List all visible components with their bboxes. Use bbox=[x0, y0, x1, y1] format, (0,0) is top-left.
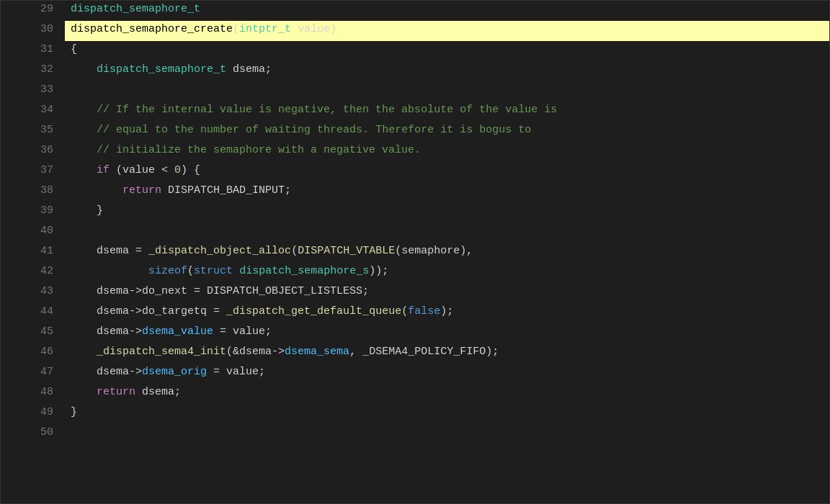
line-number: 33 bbox=[1, 81, 65, 102]
code-token: { bbox=[71, 43, 77, 55]
code-token: sizeof bbox=[148, 265, 187, 277]
line-content: dsema = _dispatch_object_alloc(DISPATCH_… bbox=[65, 243, 829, 263]
code-token: = value; bbox=[213, 325, 272, 338]
line-number: 44 bbox=[1, 303, 65, 323]
code-token: if bbox=[97, 164, 110, 176]
line-content: } bbox=[65, 202, 829, 222]
line-content: { bbox=[65, 41, 829, 61]
line-content: dsema->dsema_orig = value; bbox=[65, 364, 829, 384]
code-token: dsema-> bbox=[71, 325, 142, 338]
code-token: (semaphore), bbox=[395, 245, 473, 257]
code-token: ( bbox=[187, 265, 194, 277]
code-token: dsema = bbox=[71, 245, 148, 257]
code-token: (value < bbox=[110, 164, 174, 176]
code-token: struct bbox=[194, 265, 233, 277]
code-token: dsema-> bbox=[71, 366, 142, 378]
line-number: 40 bbox=[1, 222, 65, 243]
code-token: dispatch_semaphore_create bbox=[71, 23, 233, 35]
code-token: false bbox=[408, 305, 440, 318]
code-token bbox=[233, 265, 239, 277]
line-content: dispatch_semaphore_create(intptr_t value… bbox=[65, 21, 829, 41]
code-token: _dispatch_get_default_queue bbox=[226, 305, 401, 318]
line-number: 42 bbox=[1, 263, 65, 283]
line-content: dispatch_semaphore_t bbox=[65, 1, 829, 21]
code-token: dispatch_semaphore_t bbox=[97, 63, 226, 76]
code-token: dsema_sema bbox=[285, 346, 349, 358]
code-token: } bbox=[71, 406, 77, 418]
line-number: 47 bbox=[1, 364, 65, 384]
code-token: dsema_orig bbox=[142, 366, 207, 378]
code-token: )); bbox=[369, 265, 388, 277]
line-content: dsema->do_next = DISPATCH_OBJECT_LISTLES… bbox=[65, 283, 829, 303]
code-token: dsema; bbox=[226, 63, 272, 76]
code-token: of bbox=[460, 104, 473, 116]
line-number: 30 bbox=[1, 21, 65, 41]
code-token: return bbox=[97, 386, 135, 398]
code-token bbox=[71, 346, 97, 358]
code-token: intptr_t bbox=[239, 23, 291, 35]
line-number: 50 bbox=[1, 424, 65, 444]
code-token: dsema; bbox=[135, 386, 181, 398]
code-token: ); bbox=[440, 305, 453, 318]
line-number: 39 bbox=[1, 202, 65, 222]
line-number: 32 bbox=[1, 61, 65, 81]
line-content: // If the internal value is negative, th… bbox=[65, 102, 829, 122]
code-token bbox=[71, 265, 148, 277]
code-token: // equal to the number of waiting thread… bbox=[71, 124, 375, 136]
line-content bbox=[65, 81, 829, 102]
code-token: ( bbox=[233, 23, 239, 35]
line-number: 48 bbox=[1, 384, 65, 404]
code-token bbox=[71, 63, 97, 76]
code-token: _dispatch_sema4_init bbox=[97, 346, 226, 358]
code-editor: 29dispatch_semaphore_t30dispatch_semapho… bbox=[0, 0, 830, 504]
code-token: = value; bbox=[207, 366, 265, 378]
code-token bbox=[71, 184, 122, 197]
code-token: 0 bbox=[174, 164, 181, 176]
code-token: DISPATCH_VTABLE bbox=[298, 245, 395, 257]
code-token bbox=[71, 164, 97, 176]
line-number: 36 bbox=[1, 142, 65, 162]
line-content: sizeof(struct dispatch_semaphore_s)); bbox=[65, 263, 829, 283]
code-token: // If the internal value is negative, th… bbox=[71, 104, 460, 116]
code-token: ( bbox=[401, 305, 408, 318]
line-content: return dsema; bbox=[65, 384, 829, 404]
code-token: dsema->do_next = DISPATCH_OBJECT_LISTLES… bbox=[71, 285, 369, 297]
line-number: 37 bbox=[1, 162, 65, 182]
code-token: dsema_value bbox=[142, 325, 213, 338]
line-content bbox=[65, 424, 829, 444]
line-content: return DISPATCH_BAD_INPUT; bbox=[65, 182, 829, 202]
code-token bbox=[71, 386, 97, 398]
code-token: } bbox=[71, 204, 103, 217]
code-token: (&dsema-> bbox=[226, 346, 285, 358]
code-token: Therefore bbox=[375, 124, 434, 136]
code-token: ( bbox=[291, 245, 298, 257]
code-token: // initialize the semaphore with a negat… bbox=[71, 144, 421, 156]
line-number: 45 bbox=[1, 323, 65, 343]
line-content bbox=[65, 222, 829, 243]
code-token: return bbox=[122, 184, 161, 197]
code-token: , _DSEMA4_POLICY_FIFO); bbox=[349, 346, 499, 358]
line-content: // initialize the semaphore with a negat… bbox=[65, 142, 829, 162]
code-token: dispatch_semaphore_s bbox=[239, 265, 369, 277]
code-token: it is bogus to bbox=[434, 124, 531, 136]
line-content: } bbox=[65, 404, 829, 424]
line-number: 43 bbox=[1, 283, 65, 303]
line-number: 31 bbox=[1, 41, 65, 61]
code-token: _dispatch_object_alloc bbox=[148, 245, 291, 257]
code-token: ) { bbox=[181, 164, 200, 176]
code-token: DISPATCH_BAD_INPUT; bbox=[161, 184, 291, 197]
code-token: dispatch_semaphore_t bbox=[71, 3, 200, 15]
line-number: 35 bbox=[1, 122, 65, 142]
line-content: if (value < 0) { bbox=[65, 162, 829, 182]
line-number: 34 bbox=[1, 102, 65, 122]
line-content: dispatch_semaphore_t dsema; bbox=[65, 61, 829, 81]
line-content: dsema->dsema_value = value; bbox=[65, 323, 829, 343]
line-number: 46 bbox=[1, 343, 65, 364]
line-content: dsema->do_targetq = _dispatch_get_defaul… bbox=[65, 303, 829, 323]
line-number: 49 bbox=[1, 404, 65, 424]
line-number: 38 bbox=[1, 182, 65, 202]
line-content: // equal to the number of waiting thread… bbox=[65, 122, 829, 142]
code-token: value) bbox=[291, 23, 336, 35]
code-token: the value is bbox=[473, 104, 557, 116]
code-table: 29dispatch_semaphore_t30dispatch_semapho… bbox=[1, 1, 829, 444]
